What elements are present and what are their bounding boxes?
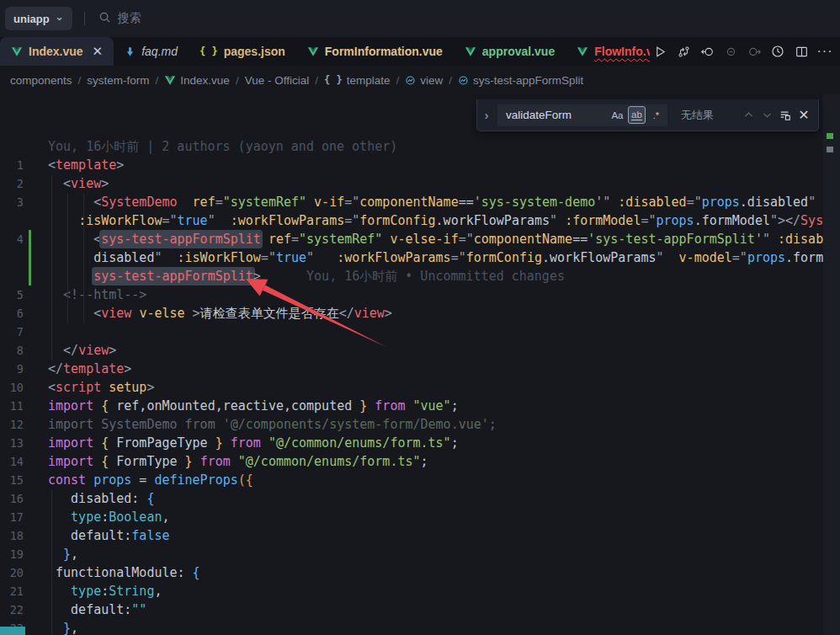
- navigate-forward-button[interactable]: [744, 41, 764, 61]
- breadcrumb-label: Index.vue: [180, 74, 230, 87]
- circle-button[interactable]: [720, 41, 741, 61]
- line-number[interactable]: 19: [0, 547, 24, 561]
- navigate-forward-icon: [748, 45, 761, 58]
- code-line-3[interactable]: 3 <SystemDemo ref="systemRef" v-if="comp…: [0, 193, 823, 211]
- line-number[interactable]: 12: [0, 418, 24, 431]
- line-number[interactable]: 21: [0, 584, 24, 598]
- code-line-1[interactable]: 1<template>: [0, 156, 823, 174]
- line-number[interactable]: 3: [0, 195, 24, 209]
- breadcrumb-item-template[interactable]: { }template: [324, 74, 390, 87]
- code-line-wrap[interactable]: :isWorkFlow="true" :workFlowParams="form…: [0, 211, 823, 230]
- breadcrumb-item-sys-test-appformsplit[interactable]: sys-test-appFormSplit: [458, 74, 583, 87]
- tab-pages-json[interactable]: { }pages.json: [189, 37, 296, 66]
- code-line-14[interactable]: 14import { FormType } from "@/common/enu…: [0, 452, 823, 471]
- code-text: type:Boolean,: [48, 510, 170, 525]
- line-number[interactable]: 1: [0, 158, 24, 172]
- line-number[interactable]: 18: [0, 529, 24, 542]
- code-line-wrap[interactable]: disabled" :isWorkFlow="true" :workFlowPa…: [0, 248, 823, 267]
- line-number[interactable]: 13: [0, 436, 24, 450]
- toggle-replace-button[interactable]: ›: [481, 109, 492, 122]
- code-line-13[interactable]: 13import { FromPageType } from "@/common…: [0, 434, 823, 452]
- tab-index-vue[interactable]: Index.vue✕: [0, 37, 114, 66]
- line-number[interactable]: 16: [0, 492, 24, 505]
- line-number[interactable]: 7: [0, 325, 24, 339]
- breadcrumb-item-view[interactable]: view: [405, 74, 443, 87]
- tab-label: pages.json: [224, 45, 285, 58]
- code-text: type:String,: [48, 584, 162, 599]
- line-number[interactable]: 15: [0, 473, 24, 487]
- code-line-18[interactable]: 18 default:false: [0, 526, 823, 545]
- line-number[interactable]: 5: [0, 288, 24, 301]
- code-text: You, 16小时前 | 2 authors (yaoyn and one ot…: [48, 139, 397, 155]
- code-line-7[interactable]: 7: [0, 323, 823, 341]
- whole-word-button[interactable]: ab: [628, 106, 646, 124]
- close-icon[interactable]: ✕: [93, 44, 104, 59]
- code-line-5[interactable]: 5 <!--html-->: [0, 285, 823, 304]
- line-number[interactable]: 22: [0, 603, 24, 616]
- tab-flowinfo-vu[interactable]: FlowInfo.vu: [566, 37, 650, 66]
- tab-faq-md[interactable]: faq.md: [114, 37, 189, 66]
- code-line-12[interactable]: 12import SystemDemo from '@/components/s…: [0, 415, 823, 434]
- line-number[interactable]: 17: [0, 510, 24, 524]
- tab-approval-vue[interactable]: approval.vue: [454, 37, 566, 66]
- line-number[interactable]: 11: [0, 399, 24, 413]
- timeline-button[interactable]: [768, 41, 788, 61]
- breadcrumb-item-components[interactable]: components: [10, 74, 72, 87]
- code-line-19[interactable]: 19 },: [0, 545, 823, 563]
- code-text: <template>: [48, 157, 124, 173]
- code-line-10[interactable]: 10<script setup>: [0, 378, 823, 397]
- next-match-button[interactable]: [758, 106, 776, 125]
- breadcrumb-item-system-form[interactable]: system-form: [87, 74, 149, 87]
- previous-match-button[interactable]: [739, 106, 758, 125]
- code-line-21[interactable]: 21 type:String,: [0, 582, 823, 600]
- close-find-button[interactable]: ✕: [795, 106, 813, 125]
- code-line-wrap[interactable]: sys-test-appFormSplit> You, 16小时前 • Unco…: [0, 267, 823, 285]
- breadcrumb-item-vue-official[interactable]: Vue - Official: [245, 74, 310, 87]
- gutter-spacer: [29, 304, 31, 323]
- code-line-11[interactable]: 11import { ref,onMounted,reactive,comput…: [0, 397, 823, 415]
- match-case-button[interactable]: Aa: [609, 106, 626, 124]
- more-actions-button[interactable]: ···: [815, 41, 835, 61]
- line-number[interactable]: 8: [0, 344, 24, 357]
- global-search-input[interactable]: 搜索: [98, 11, 141, 26]
- code-line-23[interactable]: 23 },: [0, 619, 823, 635]
- code-text: },: [48, 547, 78, 562]
- code-text: <script setup>: [48, 380, 154, 395]
- code-line-17[interactable]: 17 type:Boolean,: [0, 508, 823, 526]
- run-button[interactable]: [650, 41, 670, 61]
- line-number[interactable]: 2: [0, 177, 24, 190]
- code-line-15[interactable]: 15const props = defineProps({: [0, 471, 823, 489]
- scrollbar[interactable]: [823, 94, 840, 635]
- tab-forminformation-vue[interactable]: FormInformation.vue: [296, 37, 454, 66]
- code-line-wrap[interactable]: You, 16小时前 | 2 authors (yaoyn and one ot…: [0, 137, 823, 156]
- code-line-22[interactable]: 22 default:"": [0, 600, 823, 619]
- regex-button[interactable]: .*: [647, 106, 665, 124]
- line-number[interactable]: 4: [0, 232, 24, 246]
- breadcrumb-item-index-vue[interactable]: Index.vue: [164, 74, 230, 87]
- git-compare-button[interactable]: [673, 41, 694, 61]
- find-in-selection-button[interactable]: [776, 106, 795, 125]
- line-number[interactable]: 14: [0, 455, 24, 468]
- code-line-9[interactable]: 9</template>: [0, 360, 823, 378]
- code-line-20[interactable]: 20 functionalModule: {: [0, 563, 823, 582]
- code-line-6[interactable]: 6 <view v-else >请检查表单文件是否存在</view>: [0, 304, 823, 323]
- code-text: disabled" :isWorkFlow="true" :workFlowPa…: [48, 250, 823, 265]
- navigate-back-button[interactable]: [697, 41, 717, 61]
- find-input[interactable]: [504, 108, 607, 122]
- line-number[interactable]: 10: [0, 381, 24, 394]
- line-number[interactable]: 6: [0, 307, 24, 320]
- tab-label: faq.md: [141, 45, 178, 58]
- code-line-8[interactable]: 8 </view>: [0, 341, 823, 360]
- code-line-4[interactable]: 4 <sys-test-appFormSplit ref="systemRef"…: [0, 230, 823, 248]
- line-number[interactable]: 9: [0, 362, 24, 376]
- code-text: <view v-else >请检查表单文件是否存在</view>: [48, 306, 392, 322]
- code-line-16[interactable]: 16 disabled: {: [0, 489, 823, 508]
- code-editor[interactable]: You, 16小时前 | 2 authors (yaoyn and one ot…: [0, 94, 823, 635]
- tabs-container: Index.vue✕faq.md{ }pages.jsonFormInforma…: [0, 37, 650, 66]
- line-number[interactable]: 20: [0, 566, 24, 579]
- split-editor-button[interactable]: [791, 41, 811, 61]
- code-line-2[interactable]: 2 <view>: [0, 174, 823, 193]
- code-text: import { FromPageType } from "@/common/e…: [48, 435, 459, 451]
- symbol-icon: [458, 75, 469, 86]
- project-menu-button[interactable]: uniapp ⌄: [5, 7, 72, 30]
